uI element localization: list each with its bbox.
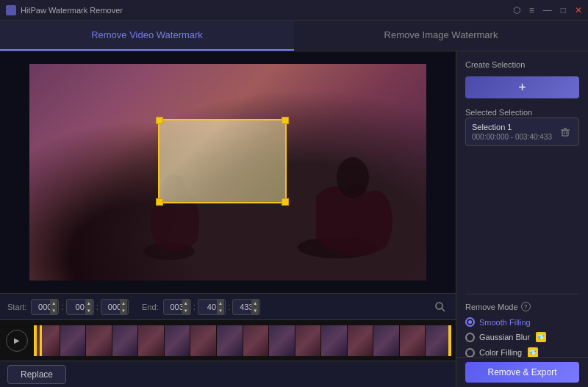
film-frame <box>112 325 138 356</box>
film-frame <box>165 325 190 356</box>
timeline-start-marker <box>34 325 37 356</box>
premium-badge-gaussian: 💎 <box>536 332 546 342</box>
selection-item-name: Selection 1 <box>472 123 558 131</box>
end-minutes-down[interactable]: ▼ <box>217 307 224 314</box>
selection-item-time: 000:00:000 - 003:40:433 <box>472 133 558 141</box>
end-minutes-up[interactable]: ▲ <box>217 300 224 307</box>
start-minutes-up[interactable]: ▲ <box>85 300 93 307</box>
start-seconds[interactable]: 000 ▲ ▼ <box>101 299 129 315</box>
timeline-end-marker <box>448 325 451 356</box>
start-hours[interactable]: 000 ▲ ▼ <box>31 299 59 315</box>
film-frame <box>373 325 399 356</box>
svg-line-5 <box>442 308 445 311</box>
share-icon[interactable]: ⬡ <box>513 5 520 15</box>
end-hours[interactable]: 003 ▲ ▼ <box>163 299 191 315</box>
selection-box[interactable] <box>158 119 287 203</box>
title-bar-left: HitPaw Watermark Remover <box>6 5 123 15</box>
selected-section-label: Selected Selection <box>465 108 532 117</box>
timeline-strip[interactable]: ▶ <box>0 319 456 361</box>
app-title: HitPaw Watermark Remover <box>21 6 123 15</box>
start-hours-down[interactable]: ▼ <box>50 307 57 314</box>
remove-mode-label: Remove Mode ? <box>465 302 579 311</box>
add-selection-button[interactable]: + <box>465 76 579 98</box>
tab-remove-image[interactable]: Remove Image Watermark <box>294 21 588 51</box>
film-frame <box>34 325 60 356</box>
end-time-group: 003 ▲ ▼ : 40 ▲ ▼ : 433 <box>163 299 261 315</box>
start-seconds-up[interactable]: ▲ <box>120 300 127 307</box>
left-panel: Start: 000 ▲ ▼ : 00 ▲ ▼ : <box>0 51 456 387</box>
premium-badge-color: 💎 <box>528 347 538 358</box>
start-label: Start: <box>7 303 26 311</box>
film-frame <box>190 325 216 356</box>
start-seconds-down[interactable]: ▼ <box>120 307 127 314</box>
play-button[interactable]: ▶ <box>6 330 28 352</box>
trash-icon <box>560 127 570 137</box>
film-frame <box>138 325 164 356</box>
end-hours-down[interactable]: ▼ <box>182 307 190 314</box>
radio-gaussian[interactable] <box>465 333 475 342</box>
create-selection-label: Create Selection <box>465 60 579 69</box>
search-button[interactable] <box>432 299 448 315</box>
bottom-bar: Replace <box>0 361 456 387</box>
mode-gaussian-label: Gaussian Blur <box>479 333 530 341</box>
close-icon[interactable]: ✕ <box>575 5 582 15</box>
film-frame <box>217 325 243 356</box>
film-frames <box>34 325 451 356</box>
handle-bottom-left[interactable] <box>156 198 163 206</box>
tab-remove-video[interactable]: Remove Video Watermark <box>0 21 294 51</box>
timeline-controls: Start: 000 ▲ ▼ : 00 ▲ ▼ : <box>0 293 456 319</box>
app-icon <box>6 5 16 15</box>
end-milliseconds[interactable]: 433 ▲ ▼ <box>232 299 260 315</box>
export-button[interactable]: Remove & Export <box>465 362 579 383</box>
svg-point-4 <box>436 303 442 309</box>
selected-section: Selected Selection Selection 1 000:00:00… <box>465 107 579 285</box>
mode-color[interactable]: Color Filling 💎 <box>465 347 579 358</box>
replace-button[interactable]: Replace <box>7 365 66 384</box>
end-ms-down[interactable]: ▼ <box>251 307 259 314</box>
minimize-icon[interactable]: — <box>543 5 552 15</box>
film-frame <box>400 325 426 356</box>
info-icon[interactable]: ? <box>521 302 531 311</box>
film-frame <box>86 325 112 356</box>
tab-bar: Remove Video Watermark Remove Image Wate… <box>0 21 588 51</box>
handle-top-left[interactable] <box>156 117 163 124</box>
end-ms-up[interactable]: ▲ <box>251 300 259 307</box>
start-time-group: 000 ▲ ▼ : 00 ▲ ▼ : 000 <box>31 299 129 315</box>
video-area[interactable] <box>0 51 456 293</box>
film-frame <box>60 325 86 356</box>
timeline-playhead[interactable] <box>40 325 42 356</box>
radio-color[interactable] <box>465 348 475 358</box>
search-icon <box>434 301 446 313</box>
film-frame <box>269 325 295 356</box>
export-area: Remove & Export <box>456 357 588 387</box>
menu-icon[interactable]: ≡ <box>529 5 534 15</box>
create-selection-area: Create Selection + <box>465 60 579 98</box>
film-frame <box>426 325 451 356</box>
mode-smooth-label: Smooth Filling <box>479 318 531 327</box>
film-frame <box>243 325 269 356</box>
mode-color-label: Color Filling <box>479 348 522 357</box>
start-hours-up[interactable]: ▲ <box>50 300 57 307</box>
end-minutes[interactable]: 40 ▲ ▼ <box>198 299 226 315</box>
end-hours-up[interactable]: ▲ <box>182 300 190 307</box>
radio-smooth[interactable] <box>465 317 475 327</box>
handle-top-right[interactable] <box>282 117 289 124</box>
selection-item[interactable]: Selection 1 000:00:000 - 003:40:433 <box>465 117 579 146</box>
handle-bottom-right[interactable] <box>282 198 289 206</box>
mode-smooth[interactable]: Smooth Filling <box>465 317 579 327</box>
maximize-icon[interactable]: □ <box>561 5 566 15</box>
svg-rect-6 <box>562 131 568 136</box>
start-minutes-down[interactable]: ▼ <box>85 307 93 314</box>
start-minutes[interactable]: 00 ▲ ▼ <box>66 299 94 315</box>
right-panel: Create Selection + Selected Selection Se… <box>456 51 588 387</box>
window-controls[interactable]: ⬡ ≡ — □ ✕ <box>513 5 582 15</box>
delete-selection-button[interactable] <box>558 125 573 140</box>
film-strip[interactable] <box>34 325 451 356</box>
main-content: Start: 000 ▲ ▼ : 00 ▲ ▼ : <box>0 51 588 387</box>
selection-item-info: Selection 1 000:00:000 - 003:40:433 <box>472 123 558 141</box>
selection-inner <box>159 120 285 202</box>
mode-gaussian[interactable]: Gaussian Blur 💎 <box>465 332 579 342</box>
svg-point-1 <box>337 157 369 198</box>
film-frame <box>321 325 347 356</box>
film-frame <box>348 325 373 356</box>
